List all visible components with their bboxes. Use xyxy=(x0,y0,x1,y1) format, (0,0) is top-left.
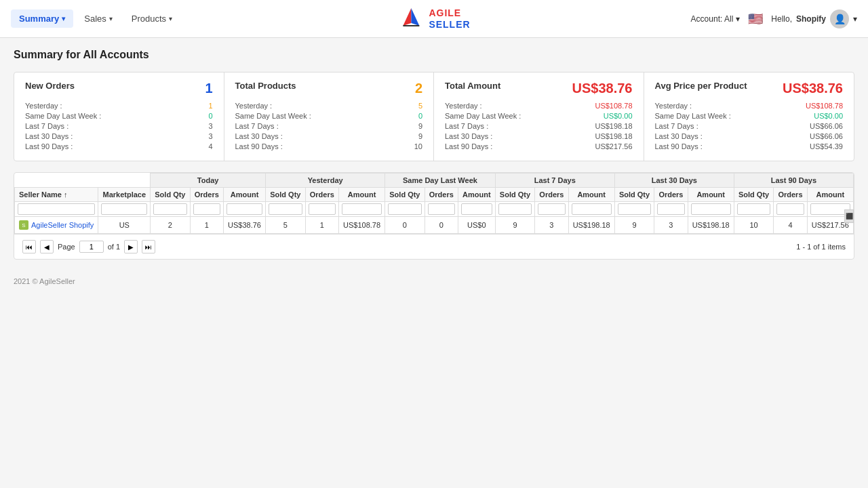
filter-l90d-sq-input[interactable] xyxy=(737,203,770,215)
nav-products[interactable]: Products ▾ xyxy=(123,9,180,28)
filter-l7d-sq-input[interactable] xyxy=(498,203,532,215)
th-l7d-orders: Orders xyxy=(535,188,568,202)
cell-yesterday-sold-qty: 5 xyxy=(266,217,305,234)
filter-l7d-orders-input[interactable] xyxy=(538,203,565,215)
account-label: Account: All xyxy=(691,14,734,24)
chevron-down-icon: ▾ xyxy=(62,15,65,22)
filter-marketplace-input[interactable] xyxy=(101,203,147,215)
filter-yesterday-sold-qty[interactable] xyxy=(266,202,305,217)
filter-today-orders[interactable] xyxy=(190,202,223,217)
avatar[interactable]: 👤 xyxy=(830,9,849,28)
filter-marketplace[interactable] xyxy=(98,202,151,217)
filter-today-orders-input[interactable] xyxy=(193,203,220,215)
first-page-button[interactable]: ⏮ xyxy=(22,240,36,253)
filter-yest-sq-input[interactable] xyxy=(269,203,302,215)
th-yesterday-amount: Amount xyxy=(338,188,384,202)
cell-sdlw-orders: 0 xyxy=(425,217,458,234)
summary-card-0: New Orders 1 Yesterday : 1 Same Day Last… xyxy=(14,73,224,161)
scroll-indicator[interactable]: ⬛ xyxy=(844,209,854,223)
chevron-down-icon: ▾ xyxy=(736,14,740,24)
stat-row: Last 7 Days : US$198.18 xyxy=(445,122,633,130)
stat-label: Yesterday : xyxy=(655,102,692,110)
th-marketplace: Marketplace xyxy=(98,188,151,202)
prev-page-button[interactable]: ◀ xyxy=(40,240,54,253)
filter-today-sq-input[interactable] xyxy=(153,203,186,215)
stat-label: Same Day Last Week : xyxy=(235,112,311,120)
greeting-text: Hello, xyxy=(771,14,792,24)
stat-row: Last 90 Days : 10 xyxy=(235,142,423,150)
stat-row: Last 30 Days : US$66.06 xyxy=(655,132,844,140)
stat-value: 0 xyxy=(418,112,422,120)
next-page-button[interactable]: ▶ xyxy=(124,240,138,253)
filter-l7d-orders[interactable] xyxy=(535,202,568,217)
page-number-input[interactable] xyxy=(79,241,104,253)
filter-l30d-sq-input[interactable] xyxy=(618,203,651,215)
filter-yesterday-amount[interactable] xyxy=(338,202,384,217)
stat-value: US$0.00 xyxy=(814,112,843,120)
stat-row: Same Day Last Week : 0 xyxy=(235,112,423,120)
filter-l30d-orders-input[interactable] xyxy=(657,203,684,215)
card-title: New Orders xyxy=(25,81,75,91)
cell-today-amount: US$38.76 xyxy=(223,217,265,234)
th-seller-name: Seller Name ↑ xyxy=(15,188,98,202)
logo-line1: AGILE xyxy=(429,7,470,19)
filter-today-sold-qty[interactable] xyxy=(151,202,190,217)
footer: 2021 © AgileSeller xyxy=(0,270,868,292)
cell-seller-name: S AgileSeller Shopify xyxy=(15,217,98,234)
stat-value: US$108.78 xyxy=(806,102,843,110)
filter-today-amount[interactable] xyxy=(223,202,265,217)
filter-l30d-amount[interactable] xyxy=(688,202,734,217)
summary-card-2: Total Amount US$38.76 Yesterday : US$108… xyxy=(434,73,644,161)
th-sdlw-orders: Orders xyxy=(425,188,458,202)
filter-l90d-orders[interactable] xyxy=(774,202,807,217)
header-right: Account: All ▾ 🇺🇸 Hello, Shopify 👤 ▾ xyxy=(691,9,857,28)
filter-sdlw-sold-qty[interactable] xyxy=(385,202,425,217)
filter-sdlw-sq-input[interactable] xyxy=(388,203,421,215)
filter-seller-name[interactable] xyxy=(15,202,98,217)
nav-sales[interactable]: Sales ▾ xyxy=(76,9,121,28)
filter-today-amount-input[interactable] xyxy=(226,203,262,215)
flag-icon[interactable]: 🇺🇸 xyxy=(748,12,763,26)
stat-value: 9 xyxy=(418,132,422,140)
filter-yesterday-orders[interactable] xyxy=(305,202,338,217)
last-page-button[interactable]: ⏭ xyxy=(142,240,155,253)
filter-sdlw-orders-input[interactable] xyxy=(428,203,455,215)
user-greeting: Hello, Shopify 👤 ▾ xyxy=(771,9,857,28)
stat-label: Last 90 Days : xyxy=(235,142,283,150)
filter-sdlw-amount-input[interactable] xyxy=(461,203,492,215)
stat-label: Yesterday : xyxy=(25,102,62,110)
stat-row: Same Day Last Week : US$0.00 xyxy=(445,112,633,120)
filter-sdlw-amount[interactable] xyxy=(458,202,495,217)
th-today: Today xyxy=(151,174,266,188)
stat-label: Last 30 Days : xyxy=(445,132,492,140)
filter-seller-name-input[interactable] xyxy=(18,203,95,215)
table-body: S AgileSeller Shopify US 2 1 US$38.76 5 … xyxy=(15,217,854,234)
filter-l90d-sold-qty[interactable] xyxy=(734,202,773,217)
stat-label: Yesterday : xyxy=(235,102,273,110)
summary-cards: New Orders 1 Yesterday : 1 Same Day Last… xyxy=(14,72,854,161)
filter-sdlw-orders[interactable] xyxy=(425,202,458,217)
th-last30days: Last 30 Days xyxy=(614,174,734,188)
stat-label: Last 30 Days : xyxy=(655,132,703,140)
logo-icon xyxy=(397,5,425,33)
stat-label: Yesterday : xyxy=(445,102,482,110)
filter-l7d-amount[interactable] xyxy=(568,202,614,217)
account-selector[interactable]: Account: All ▾ xyxy=(691,14,741,24)
nav-summary[interactable]: Summary ▾ xyxy=(11,9,73,28)
of-label: of 1 xyxy=(108,243,120,251)
page-title: Summary for All Accounts xyxy=(14,49,854,61)
summary-table: Today Yesterday Same Day Last Week Last … xyxy=(14,173,854,234)
stat-row: Yesterday : US$108.78 xyxy=(445,102,633,110)
filter-yest-amount-input[interactable] xyxy=(342,203,382,215)
filter-l30d-amount-input[interactable] xyxy=(691,203,731,215)
filter-l7d-amount-input[interactable] xyxy=(572,203,612,215)
card-value: 2 xyxy=(415,81,422,96)
filter-yest-orders-input[interactable] xyxy=(309,203,336,215)
filter-l30d-orders[interactable] xyxy=(654,202,688,217)
filter-l7d-sold-qty[interactable] xyxy=(495,202,534,217)
stat-value: 10 xyxy=(414,142,422,150)
table-col-header-row: Seller Name ↑ Marketplace Sold Qty Order… xyxy=(15,188,854,202)
seller-link[interactable]: AgileSeller Shopify xyxy=(31,221,94,229)
filter-l30d-sold-qty[interactable] xyxy=(614,202,654,217)
filter-l90d-orders-input[interactable] xyxy=(776,203,804,215)
